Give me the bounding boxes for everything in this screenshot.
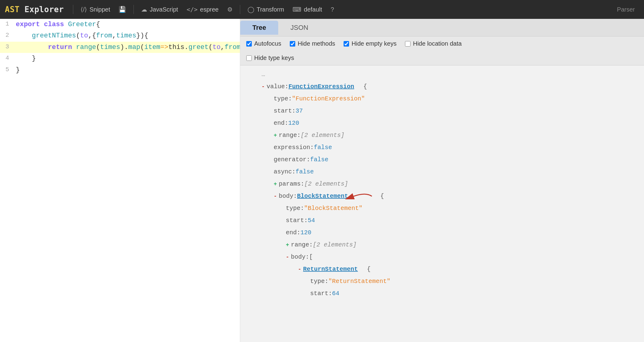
tree-type-block-statement[interactable]: BlockStatement (297, 190, 348, 202)
tree-row-end-120-bs: end: 120 (249, 227, 644, 239)
default-button[interactable]: ⌨ default (288, 4, 326, 15)
code-editor[interactable]: 1 export class Greeter{ 2 greetNTimes(to… (0, 19, 240, 342)
tab-json[interactable]: JSON (278, 21, 320, 35)
hide-methods-checkbox[interactable] (290, 41, 295, 47)
hide-empty-keys-option[interactable]: Hide empty keys (344, 40, 396, 47)
tree-toggle-plus-range-bs[interactable]: + (286, 239, 289, 250)
line-number: 5 (0, 65, 13, 75)
line-content: } (13, 53, 38, 64)
code-line-2: 2 greetNTimes(to,{from,times}){ (0, 30, 240, 41)
tree-row-value-function-expression: - value: FunctionExpression { (249, 81, 644, 93)
tree-row-type-fe: type: "FunctionExpression" (249, 93, 644, 105)
tree-toggle-minus-body-arr[interactable]: - (286, 252, 289, 263)
transform-icon: ◯ (248, 6, 254, 13)
transform-label: Transform (257, 6, 284, 13)
line-content: greetNTimes(to,{from,times}){ (13, 30, 151, 41)
save-icon: 💾 (119, 6, 126, 13)
autofocus-option[interactable]: Autofocus (246, 40, 281, 47)
tab-tree[interactable]: Tree (240, 21, 278, 35)
tree-row-body-block-statement: - body: BlockStatement { (249, 190, 644, 202)
tree-row-expression: expression: false (249, 141, 644, 154)
espree-label: espree (200, 6, 219, 13)
parser-label: Parser (613, 4, 639, 15)
code-line-5: 5 } (0, 65, 240, 76)
tree-row-start-54: start: 54 (249, 215, 644, 227)
topbar: AST Explorer ⟨/⟩ Snippet 💾 ☁ JavaScript … (0, 0, 644, 19)
tree-row-return-statement: - ReturnStatement { (249, 263, 644, 275)
default-label: default (304, 6, 322, 13)
tree-row-range-bs: + range: [2 elements] (249, 239, 644, 251)
tree-row: … (249, 68, 644, 81)
hide-empty-keys-checkbox[interactable] (344, 41, 349, 47)
espree-button[interactable]: </> espree (182, 4, 223, 15)
settings-button[interactable]: ⚙ (223, 4, 237, 15)
tree-type-return-statement[interactable]: ReturnStatement (303, 263, 358, 275)
tree-toggle-plus-range[interactable]: + (274, 130, 277, 141)
autofocus-checkbox[interactable] (246, 41, 252, 47)
tree-row-range: + range: [2 elements] (249, 129, 644, 141)
help-button[interactable]: ? (326, 4, 338, 15)
code-icon: </> (187, 6, 198, 13)
hide-location-data-option[interactable]: Hide location data (405, 40, 462, 47)
line-number: 4 (0, 53, 13, 63)
hide-methods-option[interactable]: Hide methods (290, 40, 335, 47)
line-number: 2 (0, 30, 13, 40)
tree-row-generator: generator: false (249, 154, 644, 166)
javascript-label: JavaScript (150, 6, 178, 13)
tree-content: … - value: FunctionExpression { type: "F… (240, 65, 644, 342)
line-number: 1 (0, 19, 13, 29)
tree-row-type-rs: type: "ReturnStatement" (249, 275, 644, 288)
transform-button[interactable]: ◯ Transform (243, 4, 288, 15)
tree-toggle-plus-params[interactable]: + (274, 179, 277, 190)
help-icon: ? (331, 6, 334, 13)
ast-panel: Tree JSON Autofocus Hide methods Hide em… (240, 19, 644, 342)
javascript-button[interactable]: ☁ JavaScript (137, 4, 182, 15)
gear-icon: ⚙ (227, 6, 233, 13)
topbar-separator2 (133, 5, 134, 14)
cloud-icon: ☁ (141, 6, 147, 13)
hide-location-data-checkbox[interactable] (405, 41, 410, 47)
ast-tabs: Tree JSON (240, 19, 644, 37)
code-line-4: 4 } (0, 53, 240, 64)
tree-row-start-37: start: 37 (249, 105, 644, 117)
tree-row-start-64: start: 64 (249, 288, 644, 300)
red-arrow-annotation (351, 190, 375, 202)
code-line-1: 1 export class Greeter{ (0, 19, 240, 30)
save-button[interactable]: 💾 (114, 4, 130, 15)
tree-row-async: async: false (249, 166, 644, 178)
options-bar: Autofocus Hide methods Hide empty keys H… (240, 37, 644, 65)
topbar-separator3 (240, 5, 240, 14)
line-number: 3 (0, 42, 13, 52)
keyboard-icon: ⌨ (293, 6, 301, 13)
app-title: AST Explorer (5, 5, 64, 14)
main-content: 1 export class Greeter{ 2 greetNTimes(to… (0, 19, 644, 342)
hide-type-keys-checkbox[interactable] (246, 55, 252, 61)
tree-row-params: + params: [2 elements] (249, 178, 644, 190)
tree-row-type-bs: type: "BlockStatement" (249, 202, 644, 215)
topbar-separator (73, 5, 73, 14)
snippet-label: Snippet (89, 6, 110, 13)
snippet-icon: ⟨/⟩ (81, 6, 87, 13)
tree-type-function-expression[interactable]: FunctionExpression (289, 81, 354, 93)
line-content: } (13, 65, 22, 76)
tree-toggle-minus[interactable]: - (261, 81, 265, 92)
code-line-3: 3 return range(times).map(item=>this.gre… (0, 42, 240, 53)
line-content: return range(times).map(item=>this.greet… (13, 42, 240, 53)
hide-type-keys-option[interactable]: Hide type keys (246, 54, 638, 61)
tree-toggle-minus-body[interactable]: - (274, 191, 277, 202)
tree-row-end-120: end: 120 (249, 117, 644, 129)
tree-row-body-array: - body: [ (249, 251, 644, 263)
line-content: export class Greeter{ (13, 19, 102, 30)
snippet-button[interactable]: ⟨/⟩ Snippet (76, 4, 114, 15)
tree-toggle-minus-return[interactable]: - (298, 264, 301, 275)
